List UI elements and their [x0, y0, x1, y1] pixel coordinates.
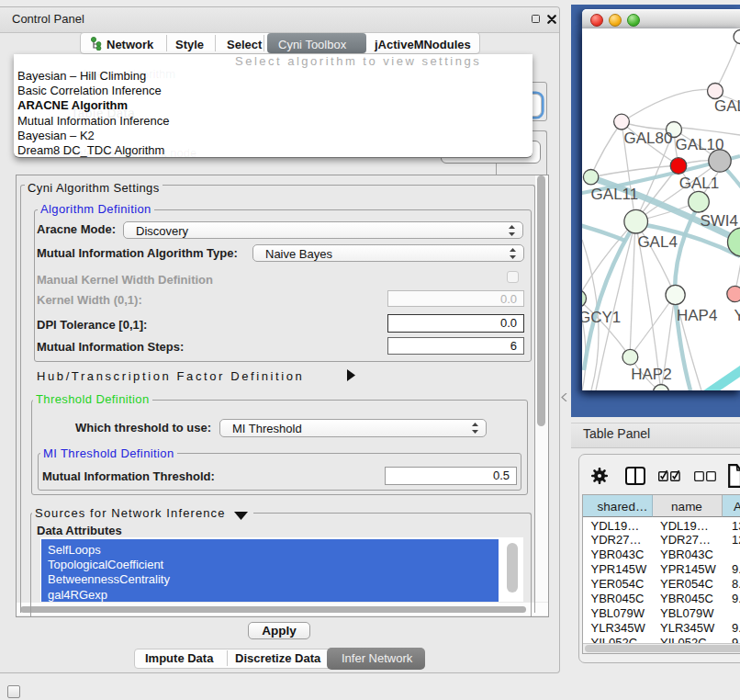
svg-text:GAL80: GAL80	[624, 130, 673, 147]
svg-text:GAL11: GAL11	[591, 186, 639, 203]
svg-text:GAL10: GAL10	[676, 136, 724, 153]
svg-text:GAL2: GAL2	[714, 97, 740, 115]
svg-text:GAL1: GAL1	[679, 175, 719, 192]
svg-text:HAP2: HAP2	[631, 366, 671, 383]
svg-text:GCY1: GCY1	[582, 309, 621, 326]
svg-text:GAL4: GAL4	[637, 233, 677, 251]
svg-text:SWI4: SWI4	[700, 212, 738, 230]
svg-text:HAP4: HAP4	[677, 307, 717, 324]
svg-text:YJ: YJ	[734, 307, 740, 324]
